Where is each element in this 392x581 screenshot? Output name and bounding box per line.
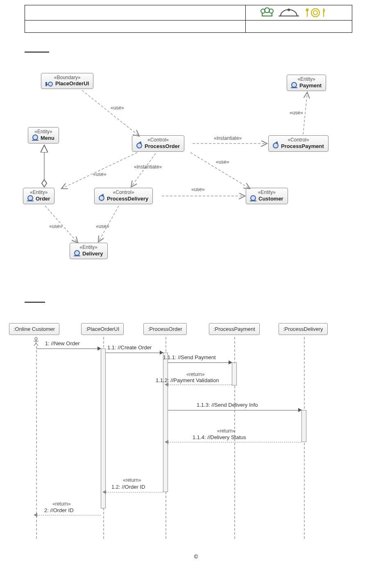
entity-icon (32, 134, 39, 141)
class-name: Delivery (82, 251, 103, 257)
svg-line-24 (36, 343, 38, 346)
stereotype-label: «Entity» (74, 244, 103, 250)
return-label: «return» (52, 501, 71, 507)
return-arrow (37, 515, 101, 515)
class-name: Order (36, 196, 50, 202)
return-label: «return» (123, 477, 141, 483)
msg-arrow (168, 410, 301, 410)
rel-label-use: «use» (289, 110, 304, 116)
arrowhead-left-icon (34, 513, 37, 517)
seq-participant-placeorderui: :PlaceOrderUI (81, 323, 124, 335)
msg-1-1-4: 1.1.4: //Delivery Status (193, 434, 246, 440)
header-cell-2-1 (25, 21, 246, 33)
svg-point-6 (313, 11, 317, 15)
arrowhead-right-icon (229, 360, 232, 365)
arrowhead-right-icon (97, 346, 101, 351)
svg-line-9 (82, 90, 139, 136)
stereotype-label: «Entity» (27, 189, 50, 195)
activation-processdelivery (301, 410, 306, 442)
msg-1-1-2: 1.1.2: //Payment Validation (156, 377, 219, 383)
header-logo-cell (246, 5, 352, 21)
class-name: ProcessPayment (281, 143, 324, 149)
svg-point-1 (265, 8, 270, 13)
arrowhead-left-icon (165, 440, 168, 444)
uml-entity-delivery: «Entity» Delivery (70, 243, 108, 259)
control-icon (136, 143, 143, 149)
arrowhead-right-icon (298, 408, 302, 412)
msg-arrow (106, 353, 163, 353)
rel-label-use: «use» (95, 223, 110, 229)
seq-participant-online-customer: :Online Customer (9, 323, 59, 335)
class-name: Customer (258, 196, 283, 202)
uml-entity-customer: «Entity» Customer (246, 188, 288, 204)
section-divider-2 (25, 302, 45, 303)
class-name: Menu (41, 135, 54, 141)
entity-icon (74, 250, 81, 257)
msg-2: 2: //Order ID (44, 507, 74, 513)
stereotype-label: «Control» (99, 189, 148, 195)
rel-label-instantiate: «instantiate» (133, 164, 163, 170)
uml-control-processpayment: «Control» ProcessPayment (268, 135, 329, 152)
return-arrow (106, 492, 163, 492)
activation-processorder (163, 353, 168, 492)
control-icon (273, 143, 279, 149)
svg-line-14 (190, 153, 250, 189)
activation-processpayment (232, 362, 237, 385)
header-table (25, 5, 352, 33)
rel-label-use: «use» (48, 223, 63, 229)
entity-icon (27, 195, 34, 202)
header-cell-1-1 (25, 5, 246, 21)
footer-copyright: © (194, 554, 198, 560)
uml-control-processdelivery: «Control» ProcessDelivery (94, 188, 153, 204)
chef-cloche-cutlery-logo-icon (258, 7, 340, 18)
msg-1: 1: //New Order (45, 340, 80, 346)
stereotype-label: «Entity» (32, 129, 54, 134)
rel-label-use: «use» (110, 105, 125, 111)
header-cell-2-2 (246, 21, 352, 33)
rel-label-use: «use» (215, 159, 230, 165)
actor-icon (33, 337, 39, 346)
boundary-icon (45, 81, 54, 86)
msg-1-1: 1.1: //Create Order (107, 344, 152, 351)
msg-1-1-1: 1.1.1: //Send Payment (163, 354, 216, 360)
stereotype-label: «Control» (136, 137, 180, 143)
class-name: ProcessOrder (145, 143, 180, 149)
msg-arrow (168, 362, 232, 363)
uml-boundary-placeorderui: «Boundary» PlaceOrderUI (41, 73, 93, 89)
section-divider-1 (25, 52, 49, 52)
seq-participant-processdelivery: :ProcessDelivery (279, 323, 328, 335)
rel-label-use: «use» (190, 187, 206, 192)
stereotype-label: «Boundary» (45, 75, 89, 80)
svg-line-23 (34, 343, 36, 346)
rel-label-instantiate: «instantiate» (213, 135, 242, 141)
return-arrow (168, 442, 301, 442)
lifeline-customer (36, 346, 37, 539)
uml-entity-menu: «Entity» Menu (28, 127, 59, 144)
stereotype-label: «Entity» (291, 76, 322, 82)
seq-participant-processorder: :ProcessOrder (143, 323, 187, 335)
return-label: «return» (217, 428, 236, 434)
msg-arrow (36, 349, 100, 349)
class-name: PlaceOrderUI (55, 80, 89, 87)
entity-icon (250, 195, 257, 202)
activation-placeorderui (101, 349, 106, 508)
rel-label-use: «use» (92, 171, 107, 177)
class-name: Payment (299, 82, 322, 89)
msg-1-1-3: 1.1.3: //Send Delivery Info (197, 402, 258, 408)
control-icon (99, 195, 105, 202)
uml-entity-payment: «Entity» Payment (287, 75, 326, 91)
svg-line-13 (131, 153, 156, 187)
class-diagram-connectors (0, 0, 392, 287)
msg-1-2: 1.2: //Order ID (111, 484, 145, 490)
entity-icon (291, 82, 298, 89)
return-label: «return» (186, 371, 205, 377)
stereotype-label: «Entity» (250, 189, 283, 195)
class-name: ProcessDelivery (107, 196, 148, 202)
arrowhead-left-icon (102, 490, 106, 494)
svg-point-20 (35, 337, 37, 340)
uml-control-processorder: «Control» ProcessOrder (132, 135, 184, 152)
stereotype-label: «Control» (273, 137, 324, 143)
seq-participant-processpayment: :ProcessPayment (209, 323, 260, 335)
svg-point-5 (311, 9, 319, 17)
return-arrow (168, 385, 232, 385)
